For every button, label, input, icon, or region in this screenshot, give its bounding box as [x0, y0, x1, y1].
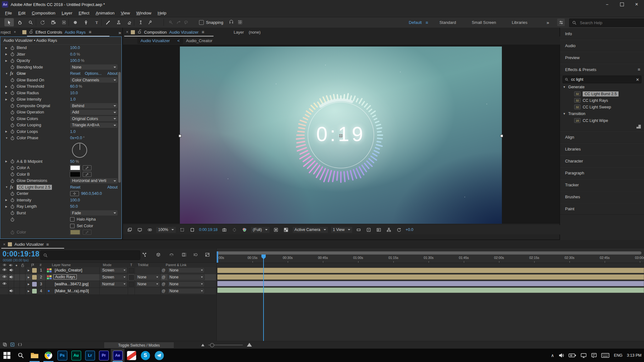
panel-header-libraries[interactable]: Libraries	[560, 143, 644, 155]
menu-window[interactable]: Window	[133, 11, 154, 15]
color-swatch[interactable]	[70, 172, 80, 177]
file-explorer-icon[interactable]	[28, 349, 42, 362]
zoom-in-mountain-icon[interactable]	[247, 343, 252, 347]
parent-dropdown[interactable]: None	[168, 288, 204, 293]
stopwatch-icon[interactable]	[10, 178, 17, 183]
timeline-search-box[interactable]	[40, 250, 140, 260]
checkbox[interactable]	[70, 217, 75, 222]
color-phase-dial[interactable]	[72, 143, 87, 158]
effect-property-row[interactable]: ▼fxGlowResetOptions...About	[0, 70, 121, 77]
effect-property-row[interactable]: Color A	[0, 165, 121, 171]
twirl-icon[interactable]: ▶	[5, 205, 10, 208]
stopwatch-icon[interactable]	[10, 116, 17, 121]
checkbox[interactable]	[70, 224, 75, 228]
color-swatch[interactable]	[70, 165, 80, 170]
hand-tool-icon[interactable]	[15, 18, 25, 26]
pickwhip-icon[interactable]: @	[162, 282, 165, 286]
effect-property-row[interactable]: Color B	[0, 171, 121, 178]
value-text[interactable]: 100.0	[70, 58, 80, 63]
effect-property-row[interactable]: ▶Opacity100.0%	[0, 58, 121, 64]
camera-view-dropdown[interactable]: Active Camera	[293, 227, 328, 233]
panel-menu-icon[interactable]: ≡	[202, 30, 204, 35]
region-of-interest-icon[interactable]	[179, 228, 186, 232]
stopwatch-icon[interactable]	[10, 65, 17, 69]
property-dropdown[interactable]: Behind	[70, 103, 118, 108]
zoom-slider-knob[interactable]	[210, 343, 214, 347]
twirl-icon[interactable]: ▶	[5, 130, 10, 133]
menu-composition[interactable]: Composition	[29, 11, 58, 15]
twirl-icon[interactable]: ▶	[5, 85, 10, 88]
property-dropdown[interactable]: Original Colors	[70, 116, 118, 121]
language-indicator[interactable]: ENG	[614, 353, 622, 358]
property-dropdown[interactable]: Add	[70, 110, 118, 115]
preview-timecode[interactable]: 0:00:19:18	[199, 228, 218, 232]
composition-tab-close-icon[interactable]: ×	[126, 30, 128, 34]
panel-group-swatch[interactable]	[8, 242, 12, 246]
snapping-checkbox[interactable]	[199, 20, 204, 25]
effect-property-row[interactable]: Center960.0,540.0	[0, 190, 121, 197]
mini-flowchart-icon[interactable]	[142, 252, 147, 258]
trkmat-dropdown[interactable]: None	[136, 275, 160, 280]
minimize-button[interactable]: −	[600, 0, 614, 9]
effect-property-row[interactable]: ▶Jitter0.0%	[0, 51, 121, 58]
layer-audio-icon[interactable]	[9, 289, 13, 294]
effect-item[interactable]: 32CC Light Rays	[560, 97, 644, 104]
draft-3d-icon[interactable]	[156, 252, 161, 258]
timeline-tab-close-icon[interactable]: ×	[3, 242, 5, 247]
effect-property-row[interactable]: Composite OriginalBehind	[0, 103, 121, 109]
maximize-button[interactable]	[614, 0, 629, 9]
layer-name[interactable]: [Make_M...ra).mp3]	[55, 289, 89, 293]
layer-label-swatch[interactable]	[32, 282, 37, 287]
twirl-icon[interactable]: ▶	[5, 98, 10, 101]
reset-link[interactable]: Reset	[70, 71, 80, 76]
panel-header-character[interactable]: Character	[560, 155, 644, 167]
options--link[interactable]: Options...	[85, 71, 102, 76]
media-player-icon[interactable]	[125, 349, 138, 362]
frame-blending-icon[interactable]	[182, 252, 186, 258]
effect-controls-target[interactable]: Audio Rays	[65, 30, 86, 35]
magnification-dropdown[interactable]: 100%	[156, 227, 176, 233]
panel-header-align[interactable]: Align	[560, 131, 644, 143]
layer-audio-icon[interactable]	[9, 275, 13, 280]
start-button[interactable]	[0, 349, 14, 362]
panel-header-audio[interactable]: Audio	[560, 40, 644, 52]
twirl-icon[interactable]: ▼	[5, 137, 10, 140]
twirl-icon[interactable]: ▶	[5, 160, 10, 163]
after-effects-taskbar-icon[interactable]: Ae	[111, 349, 125, 362]
property-dropdown[interactable]: Horizontal and Verti	[70, 178, 118, 184]
effect-property-row[interactable]: ▶Ray Length50.0	[0, 203, 121, 210]
show-snapshot-icon[interactable]	[231, 228, 238, 232]
twirl-icon[interactable]: ▼	[5, 72, 10, 75]
network-icon[interactable]	[580, 353, 587, 358]
panel-group-swatch[interactable]	[22, 30, 26, 34]
layer-label-swatch[interactable]	[32, 268, 37, 273]
clear-search-icon[interactable]: ✕	[636, 77, 639, 82]
panel-menu-icon[interactable]: ≡	[89, 30, 91, 35]
value-text[interactable]: 0.0	[70, 52, 75, 57]
clock[interactable]: 3:13 PM	[627, 353, 641, 358]
menu-file[interactable]: File	[2, 11, 15, 15]
unlock-icon[interactable]	[137, 30, 142, 35]
selection-handle-right[interactable]	[500, 134, 503, 137]
panel-header-tracker[interactable]: Tracker	[560, 179, 644, 191]
shape-tool-icon[interactable]	[70, 18, 80, 26]
zoom-tool-icon[interactable]	[26, 18, 35, 26]
motion-blur-icon[interactable]	[193, 252, 198, 258]
property-dropdown[interactable]: Triangle A>B>A	[70, 123, 118, 128]
effects-group-transition[interactable]: ▼Transition	[560, 110, 644, 117]
eraser-tool-icon[interactable]	[125, 18, 134, 26]
twirl-icon[interactable]: ▶	[5, 47, 10, 49]
stopwatch-icon[interactable]	[10, 204, 17, 209]
timeline-button-icon[interactable]	[375, 228, 382, 232]
layer-row-4[interactable]: ▶4[Make_M...ra).mp3]@None	[0, 288, 216, 295]
twirl-icon[interactable]: ▶	[5, 53, 10, 56]
lightroom-icon[interactable]: Lr	[83, 349, 97, 362]
help-search-box[interactable]	[569, 19, 644, 27]
in-out-columns-icon[interactable]	[18, 342, 22, 348]
panel-header-paragraph[interactable]: Paragraph	[560, 167, 644, 179]
panel-header-effects-presets[interactable]: Effects & Presets≡	[560, 63, 644, 75]
chrome-icon[interactable]	[42, 349, 55, 362]
layer-video-eye-icon[interactable]	[2, 282, 7, 286]
time-ruler[interactable]: :00s00:15s00:30s00:45s01:00s01:15s01:30s…	[217, 255, 644, 263]
effect-property-row[interactable]: Glow DimensionsHorizontal and Verti	[0, 178, 121, 184]
